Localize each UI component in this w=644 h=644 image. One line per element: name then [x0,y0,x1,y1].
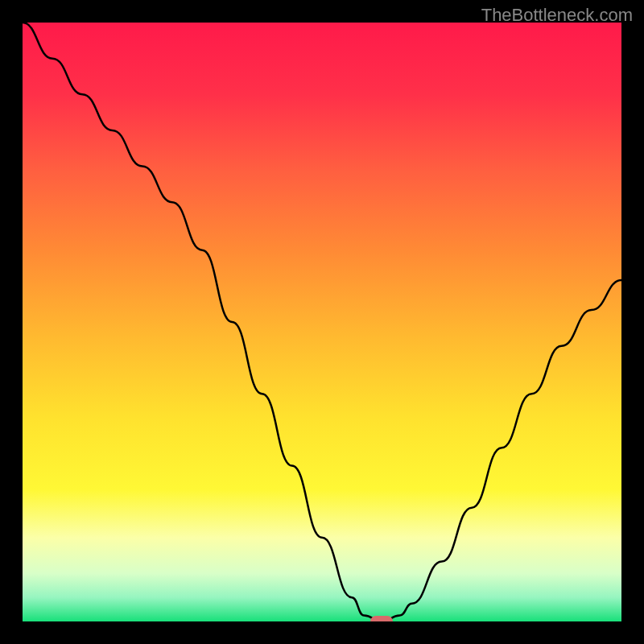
bottleneck-chart: TheBottleneck.com [0,0,644,644]
bottleneck-curve-path [23,23,621,621]
optimal-point-marker [370,616,393,621]
plot-area [23,23,621,621]
curve-layer [23,23,621,621]
watermark-text: TheBottleneck.com [481,5,633,26]
